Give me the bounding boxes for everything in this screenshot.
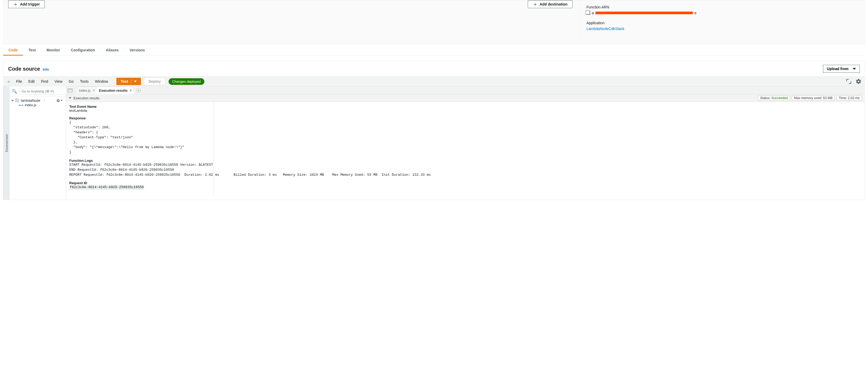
plus-icon: ＋ — [533, 2, 537, 6]
add-trigger-label: Add trigger — [20, 2, 40, 6]
test-button[interactable]: Test — [116, 78, 141, 85]
tree-root-slash: - / — [42, 98, 45, 102]
request-id-label: Request ID — [69, 181, 861, 185]
arn-redacted — [595, 11, 693, 14]
tree-root-label: lambdaNode — [21, 98, 40, 102]
execution-results-title: Execution results — [73, 96, 99, 100]
goto-anything-input[interactable] — [19, 88, 68, 95]
function-arn-label: Function ARN — [587, 5, 858, 9]
editor-pane: index.js × Execution results × + Executi… — [66, 86, 865, 200]
code-source-title: Code source — [8, 66, 40, 72]
window-icon[interactable] — [68, 89, 72, 92]
menu-view[interactable]: View — [52, 78, 65, 85]
tab-aliases[interactable]: Aliases — [101, 44, 124, 55]
copy-icon[interactable] — [587, 11, 590, 15]
tree-file-label: index.js — [25, 103, 36, 107]
status-label: Status: — [760, 96, 770, 100]
status-pill: Status: Succeeded — [758, 95, 790, 101]
editor-tab-label: index.js — [79, 89, 91, 92]
response-body: { "statusCode": 200, "headers": { "Conte… — [69, 120, 861, 155]
time-label: Time: — [839, 96, 847, 100]
tab-test[interactable]: Test — [23, 44, 41, 55]
plus-icon: ＋ — [13, 2, 18, 6]
js-file-icon: ⟷ — [19, 103, 23, 107]
application-link[interactable]: LambdaNodeCdkStack — [587, 27, 858, 31]
tab-versions[interactable]: Versions — [124, 44, 150, 55]
menu-edit[interactable]: Edit — [26, 78, 37, 85]
time-value: 2.02 ms — [848, 96, 860, 100]
tree-root[interactable]: lambdaNode - / — [11, 98, 65, 103]
chevron-down-icon — [11, 100, 14, 101]
collapse-toolbar-icon[interactable] — [7, 81, 10, 83]
time-pill: Time: 2.02 ms — [836, 95, 862, 101]
environment-rail[interactable]: Environment — [3, 86, 10, 200]
new-tab-button[interactable]: + — [136, 88, 141, 93]
gear-icon[interactable] — [856, 79, 861, 84]
tab-configuration[interactable]: Configuration — [66, 44, 100, 55]
application-label: Application — [587, 21, 858, 25]
file-explorer: 🔍 lambdaNode - / ⟷ index.js — [10, 86, 66, 200]
designer-card: ＋ Add trigger ＋ Add destination Function… — [3, 0, 865, 44]
editor-tabs: index.js × Execution results × + — [66, 86, 865, 94]
request-id-value: f62c3c8e-8014-4145-b920-259835c18550 — [69, 185, 144, 190]
execution-results-body: Test Event Name testLambda Response { "s… — [66, 102, 865, 195]
function-logs-body: START RequestId: f62c3c8e-8014-4145-b920… — [69, 162, 861, 178]
tab-code[interactable]: Code — [3, 44, 23, 55]
deploy-button[interactable]: Deploy — [144, 78, 165, 85]
test-event-name-label: Test Event Name — [69, 104, 861, 109]
search-icon[interactable]: 🔍 — [12, 89, 17, 94]
add-destination-button[interactable]: ＋ Add destination — [528, 0, 572, 8]
menu-window[interactable]: Window — [92, 78, 111, 85]
test-event-name-value: testLambda — [69, 109, 861, 113]
folder-icon — [15, 99, 19, 102]
menu-go[interactable]: Go — [66, 78, 76, 85]
tab-monitor[interactable]: Monitor — [41, 44, 65, 55]
execution-results-header: Execution results Status: Succeeded Max … — [66, 94, 865, 102]
upload-from-button[interactable]: Upload from — [823, 65, 860, 73]
editor-tab-indexjs[interactable]: index.js × — [75, 86, 98, 94]
editor-tab-label: Execution results — [99, 89, 127, 92]
status-value: Succeeded — [771, 96, 788, 100]
function-tabs: Code Test Monitor Configuration Aliases … — [3, 44, 865, 56]
max-memory-value: 53 MB — [823, 96, 832, 100]
response-label: Response — [69, 116, 861, 120]
menu-tools[interactable]: Tools — [78, 78, 91, 85]
menu-find[interactable]: Find — [38, 78, 51, 85]
caret-down-icon — [853, 68, 856, 70]
ide-toolbar: File Edit Find View Go Tools Window Test… — [3, 77, 865, 86]
arn-prefix: a — [592, 11, 594, 15]
ide-body: Environment 🔍 lambdaNode - / — [3, 86, 865, 200]
function-logs-label: Function Logs — [69, 159, 861, 162]
arn-suffix: e — [694, 11, 696, 15]
test-button-label: Test — [121, 79, 128, 84]
max-memory-pill: Max memory used: 53 MB — [792, 95, 835, 101]
add-destination-label: Add destination — [539, 2, 567, 6]
editor-split-handle[interactable] — [214, 102, 214, 195]
close-icon[interactable]: × — [130, 88, 132, 92]
info-link[interactable]: Info — [43, 67, 49, 71]
upload-from-label: Upload from — [827, 67, 848, 71]
code-source-panel: Code source Info Upload from File Edit F… — [3, 61, 865, 200]
tree-gear-icon[interactable] — [56, 99, 64, 102]
max-memory-label: Max memory used: — [794, 96, 822, 100]
editor-tab-execution-results[interactable]: Execution results × — [95, 86, 134, 94]
add-trigger-button[interactable]: ＋ Add trigger — [8, 0, 45, 8]
caret-down-icon — [134, 81, 137, 82]
menu-file[interactable]: File — [13, 78, 25, 85]
fullscreen-icon[interactable] — [847, 79, 851, 84]
close-icon[interactable]: × — [93, 88, 95, 92]
chevron-down-icon[interactable] — [69, 97, 71, 99]
deployed-badge: Changes deployed — [168, 78, 204, 85]
tree-file-indexjs[interactable]: ⟷ index.js — [11, 103, 65, 107]
